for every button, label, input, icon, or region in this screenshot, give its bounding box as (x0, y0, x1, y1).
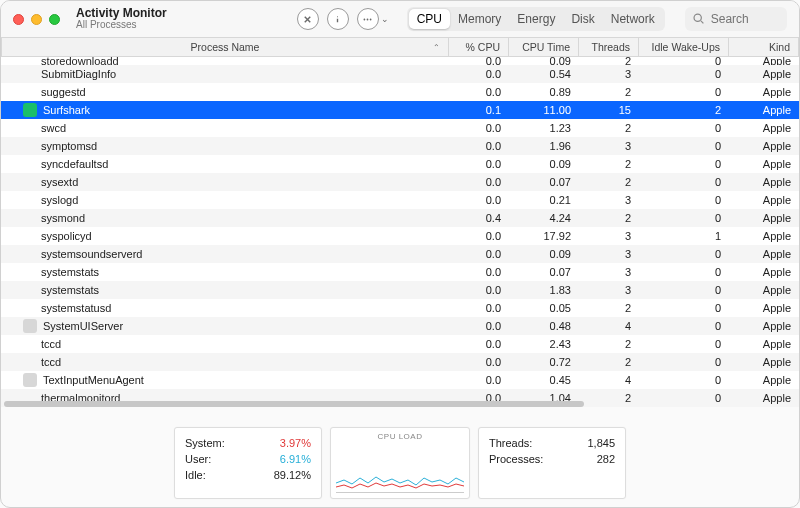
process-name-cell: suggestd (1, 86, 449, 98)
process-name-label: SystemUIServer (43, 320, 123, 332)
table-row[interactable]: sysextd0.00.0720Apple (1, 173, 799, 191)
cell-time: 1.96 (509, 140, 579, 152)
table-row[interactable]: SubmitDiagInfo0.00.5430Apple (1, 65, 799, 83)
table-row[interactable]: systemstatusd0.00.0520Apple (1, 299, 799, 317)
process-name-cell: systemstatusd (1, 302, 449, 314)
cell-cpu: 0.0 (449, 320, 509, 332)
cell-cpu: 0.1 (449, 104, 509, 116)
col-idle-wakeups[interactable]: Idle Wake-Ups (639, 38, 729, 56)
col-threads[interactable]: Threads (579, 38, 639, 56)
cell-wakes: 0 (639, 302, 729, 314)
cell-cpu: 0.0 (449, 86, 509, 98)
horizontal-scrollbar[interactable] (1, 401, 799, 409)
process-table[interactable]: storedownloadd0.00.0920AppleSubmitDiagIn… (1, 57, 799, 407)
cell-wakes: 0 (639, 284, 729, 296)
cell-wakes: 0 (639, 122, 729, 134)
tab-network[interactable]: Network (603, 9, 663, 29)
cell-wakes: 0 (639, 212, 729, 224)
table-row[interactable]: TextInputMenuAgent0.00.4540Apple (1, 371, 799, 389)
process-name-cell: Surfshark (1, 103, 449, 117)
tab-cpu[interactable]: CPU (409, 9, 450, 29)
stop-process-button[interactable] (297, 8, 319, 30)
table-row[interactable]: systemstats0.01.8330Apple (1, 281, 799, 299)
cell-time: 4.24 (509, 212, 579, 224)
table-row[interactable]: syncdefaultsd0.00.0920Apple (1, 155, 799, 173)
gear-icon (357, 8, 379, 30)
table-row[interactable]: symptomsd0.01.9630Apple (1, 137, 799, 155)
cell-time: 0.07 (509, 176, 579, 188)
cell-kind: Apple (729, 122, 799, 134)
cell-cpu: 0.0 (449, 68, 509, 80)
process-name-cell: systemstats (1, 284, 449, 296)
cell-cpu: 0.0 (449, 194, 509, 206)
cell-time: 0.48 (509, 320, 579, 332)
toolbar: ⌄ (297, 8, 389, 30)
cell-cpu: 0.4 (449, 212, 509, 224)
chevron-down-icon: ⌄ (381, 14, 389, 24)
process-name-label: storedownloadd (41, 57, 119, 65)
table-row[interactable]: systemsoundserverd0.00.0930Apple (1, 245, 799, 263)
cell-kind: Apple (729, 374, 799, 386)
zoom-window[interactable] (49, 14, 60, 25)
cell-wakes: 1 (639, 230, 729, 242)
actions-menu[interactable]: ⌄ (357, 8, 389, 30)
cell-wakes: 0 (639, 68, 729, 80)
cell-kind: Apple (729, 212, 799, 224)
cell-wakes: 0 (639, 356, 729, 368)
tab-memory[interactable]: Memory (450, 9, 509, 29)
tab-energy[interactable]: Energy (509, 9, 563, 29)
minimize-window[interactable] (31, 14, 42, 25)
table-row[interactable]: sysmond0.44.2420Apple (1, 209, 799, 227)
system-value: 3.97% (280, 436, 311, 452)
cell-threads: 2 (579, 86, 639, 98)
cell-time: 0.09 (509, 158, 579, 170)
table-row[interactable]: suggestd0.00.8920Apple (1, 83, 799, 101)
cell-kind: Apple (729, 104, 799, 116)
col-cpu[interactable]: % CPU (449, 38, 509, 56)
cell-cpu: 0.0 (449, 230, 509, 242)
cell-kind: Apple (729, 86, 799, 98)
info-button[interactable] (327, 8, 349, 30)
process-name-cell: TextInputMenuAgent (1, 373, 449, 387)
close-window[interactable] (13, 14, 24, 25)
cell-kind: Apple (729, 230, 799, 242)
cell-threads: 4 (579, 374, 639, 386)
title-block: Activity Monitor All Processes (76, 7, 167, 30)
cell-threads: 3 (579, 68, 639, 80)
cell-time: 0.05 (509, 302, 579, 314)
process-name-label: systemstats (41, 266, 99, 278)
process-name-cell: syslogd (1, 194, 449, 206)
table-row[interactable]: Surfshark0.111.00152Apple (1, 101, 799, 119)
svg-line-8 (701, 21, 703, 23)
table-row[interactable]: tccd0.02.4320Apple (1, 335, 799, 353)
search-field[interactable] (685, 7, 787, 31)
table-row[interactable]: syslogd0.00.2130Apple (1, 191, 799, 209)
processes-label: Processes: (489, 452, 543, 468)
col-process-name[interactable]: Process Name ⌃ (1, 38, 449, 56)
cell-threads: 3 (579, 284, 639, 296)
process-name-label: tccd (41, 356, 61, 368)
process-name-label: tccd (41, 338, 61, 350)
table-row[interactable]: tccd0.00.7220Apple (1, 353, 799, 371)
cell-wakes: 0 (639, 140, 729, 152)
processes-value: 282 (597, 452, 615, 468)
cell-kind: Apple (729, 57, 799, 65)
table-row[interactable]: swcd0.01.2320Apple (1, 119, 799, 137)
process-name-cell: swcd (1, 122, 449, 134)
process-name-label: symptomsd (41, 140, 97, 152)
scrollbar-thumb[interactable] (4, 401, 584, 407)
tab-disk[interactable]: Disk (563, 9, 602, 29)
cell-cpu: 0.0 (449, 302, 509, 314)
col-cpu-time[interactable]: CPU Time (509, 38, 579, 56)
cell-kind: Apple (729, 302, 799, 314)
table-row[interactable]: systemstats0.00.0730Apple (1, 263, 799, 281)
svg-point-2 (337, 16, 338, 17)
table-row[interactable]: SystemUIServer0.00.4840Apple (1, 317, 799, 335)
cell-cpu: 0.0 (449, 140, 509, 152)
col-kind[interactable]: Kind (729, 38, 799, 56)
table-row[interactable]: storedownloadd0.00.0920Apple (1, 57, 799, 65)
process-name-label: systemstats (41, 284, 99, 296)
cell-threads: 2 (579, 176, 639, 188)
cell-cpu: 0.0 (449, 266, 509, 278)
table-row[interactable]: syspolicyd0.017.9231Apple (1, 227, 799, 245)
